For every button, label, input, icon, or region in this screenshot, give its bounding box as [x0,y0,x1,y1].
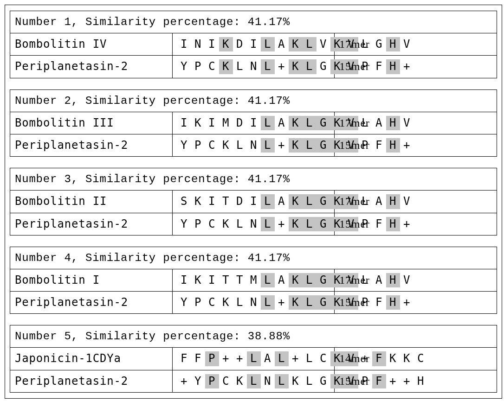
residue: + [400,295,414,310]
length-cell: 17mer [335,112,497,134]
sequence-cell: INIKDILAKLVKVLGHV [172,33,335,56]
sequence-cell: SKITDILAKLGKVLAHV [172,191,335,213]
residue: G [372,37,386,51]
residue: G [317,138,330,153]
residue: F [191,351,205,366]
residue: K [233,374,247,388]
residue: C [317,351,330,366]
alignment-block: Number 2, Similarity percentage: 41.17%B… [10,89,497,157]
residue: L [247,374,261,388]
residue: K [289,273,303,287]
residue: N [191,37,205,51]
residue: A [372,194,386,209]
peptide-name: Bombolitin II [10,191,173,213]
peptide-name: Bombolitin IV [10,33,173,56]
alignment-block: Number 1, Similarity percentage: 41.17%B… [10,11,497,78]
peptide-name: Periplanetasin-2 [10,56,173,78]
residue: + [289,351,303,366]
residue: F [177,351,191,366]
residue: A [372,116,386,130]
residue: F [372,59,386,74]
residue: L [275,374,289,388]
residue: + [400,217,414,231]
residue: K [289,374,303,388]
residue: I [205,37,219,51]
residue: + [386,374,400,388]
residue: L [275,351,289,366]
residue: M [219,116,233,130]
residue: L [233,295,247,310]
residue: I [247,194,261,209]
table-row: Japonicin-1CDYaFFP++LAL+LCKV+FKKC14mer [10,348,497,370]
residue: I [247,116,261,130]
length-cell: 15mer [335,56,497,78]
residue: L [233,217,247,231]
block-header: Number 4, Similarity percentage: 41.17% [10,247,497,269]
residue: T [219,194,233,209]
residue: V [400,194,414,209]
alignment-table: Number 4, Similarity percentage: 41.17%B… [10,247,497,314]
residue: Y [177,295,191,310]
residue: H [386,138,400,153]
residue: C [219,374,233,388]
residue: M [247,273,261,287]
residue: I [205,194,219,209]
residue: F [372,351,386,366]
sequence-cell: YPCKLNL+KLGKVPFH+ [172,134,335,156]
residue: N [247,138,261,153]
residue: L [261,138,275,153]
block-header: Number 2, Similarity percentage: 41.17% [10,89,497,112]
table-row: Bombolitin IVINIKDILAKLVKVLGHV17mer [10,33,497,56]
peptide-name: Periplanetasin-2 [10,213,173,235]
residue: H [386,37,400,51]
alignment-block: Number 5, Similarity percentage: 38.88%J… [10,325,497,393]
residue: + [400,138,414,153]
residue: T [233,273,247,287]
residue: K [289,37,303,51]
length-cell: 15mer [335,134,497,156]
alignment-block: Number 4, Similarity percentage: 41.17%B… [10,247,497,314]
residue: K [191,273,205,287]
residue: K [219,138,233,153]
residue: V [400,37,414,51]
residue: A [261,351,275,366]
residue: V [400,273,414,287]
length-cell: 15mer [335,213,497,235]
residue: + [275,138,289,153]
residue: G [317,273,330,287]
length-cell: 15mer [335,292,497,314]
alignment-table: Number 1, Similarity percentage: 41.17%B… [10,11,497,78]
residue: K [219,217,233,231]
residue: L [303,138,317,153]
table-row: Periplanetasin-2YPCKLNL+KLGKVPFH+15mer [10,213,497,235]
residue: H [386,295,400,310]
residue: K [289,138,303,153]
residue: C [205,59,219,74]
residue: L [261,59,275,74]
sequence-cell: YPCKLNL+KLGKVPFH+ [172,56,335,78]
residue: L [261,273,275,287]
block-header: Number 3, Similarity percentage: 41.17% [10,168,497,191]
residue: F [372,138,386,153]
residue: + [177,374,191,388]
block-header: Number 5, Similarity percentage: 38.88% [10,325,497,348]
residue: G [317,59,330,74]
residue: L [233,59,247,74]
residue: L [261,217,275,231]
residue: A [372,273,386,287]
peptide-name: Periplanetasin-2 [10,292,173,314]
residue: L [261,194,275,209]
residue: L [233,138,247,153]
peptide-name: Bombolitin I [10,269,173,291]
peptide-name: Periplanetasin-2 [10,134,173,156]
residue: P [191,138,205,153]
alignment-container: Number 1, Similarity percentage: 41.17%B… [5,5,502,399]
residue: L [303,37,317,51]
residue: F [372,374,386,388]
residue: G [317,217,330,231]
residue: + [400,374,414,388]
residue: L [303,351,317,366]
residue: I [205,273,219,287]
residue: A [275,273,289,287]
table-row: Periplanetasin-2YPCKLNL+KLGKVPFH+15mer [10,56,497,78]
